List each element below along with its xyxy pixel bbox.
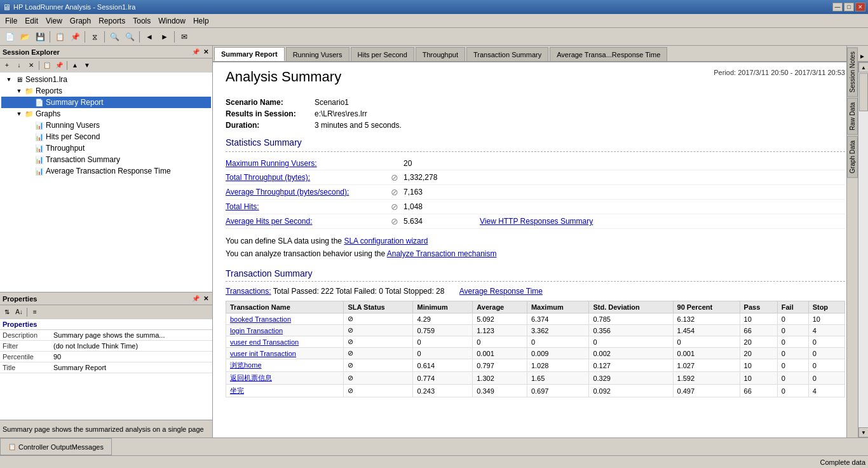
stats-label-3[interactable]: Total Hits: [226, 202, 391, 211]
scroll-down-button[interactable]: ▼ [858, 427, 868, 437]
explorer-close-button[interactable]: ✕ [202, 48, 210, 55]
copy-button[interactable]: 📋 [53, 30, 67, 44]
props-row-0: DescriptionSummary page shows the summa.… [0, 330, 212, 341]
left-status: Summary page shows the summarized analys… [0, 420, 212, 437]
open-button[interactable]: 📂 [18, 30, 32, 44]
tree-item-4[interactable]: 📊Running Vusers [1, 120, 211, 131]
tree-item-5[interactable]: 📊Hits per Second [1, 131, 211, 142]
sla-link-1[interactable]: SLA configuration wizard [344, 237, 428, 245]
explorer-pin-button[interactable]: 📌 [191, 48, 201, 55]
new-button[interactable]: 📄 [3, 30, 17, 44]
exp-down-btn[interactable]: ▼ [81, 60, 93, 71]
props-toolbar: ⇅ A↓ ≡ [0, 305, 212, 319]
raw-data-tab[interactable]: Raw Data [847, 98, 858, 135]
stats-label-4[interactable]: Average Hits per Second: [226, 217, 391, 226]
graph-data-tab[interactable]: Graph Data [847, 136, 858, 178]
back-button[interactable]: ◄ [142, 30, 156, 44]
controller-output-tab[interactable]: 📋 Controller OutputMessages [0, 438, 112, 455]
zoom-in-button[interactable]: 🔍 [107, 30, 121, 44]
menu-item-graph[interactable]: Graph [66, 15, 95, 27]
table-cell-5-0[interactable]: 返回机票信息 [226, 372, 344, 385]
exp-copy-btn[interactable]: 📋 [41, 60, 53, 71]
app-icon: 🖥 [3, 3, 11, 12]
tree-item-2[interactable]: 📄Summary Report [1, 97, 211, 108]
transactions-label[interactable]: Transactions: [226, 287, 271, 296]
menu-item-help[interactable]: Help [189, 15, 213, 27]
menu-item-view[interactable]: View [42, 15, 66, 27]
exp-up-btn[interactable]: ▲ [69, 60, 81, 71]
menu-item-edit[interactable]: Edit [21, 15, 42, 27]
tab-1[interactable]: Running Vusers [286, 47, 349, 61]
menu-item-reports[interactable]: Reports [95, 15, 129, 27]
exp-paste-btn[interactable]: 📌 [53, 60, 65, 71]
scroll-thumb[interactable] [859, 73, 868, 111]
tree-item-6[interactable]: 📊Throughput [1, 142, 211, 154]
tree-expand-3: ▼ [14, 111, 24, 117]
props-row-2: Percentile90 [0, 352, 212, 362]
table-cell-2-0[interactable]: vuser end Transaction [226, 336, 344, 348]
exp-delete-btn[interactable]: ✕ [25, 60, 37, 71]
props-pin-button[interactable]: 📌 [191, 295, 201, 302]
tab-4[interactable]: Transaction Summary [466, 47, 548, 61]
tab-5[interactable]: Average Transa...Response Time [550, 47, 667, 61]
menu-item-tools[interactable]: Tools [129, 15, 154, 27]
menu-item-window[interactable]: Window [154, 15, 189, 27]
tab-3[interactable]: Throughput [416, 47, 465, 61]
tree-icon-6: 📊 [34, 143, 44, 153]
props-az-btn[interactable]: A↓ [13, 306, 25, 318]
exp-arrow-btn[interactable]: ↓ [13, 60, 25, 71]
tree-item-3[interactable]: ▼📁Graphs [1, 108, 211, 120]
avg-response-link[interactable]: Average Response Time [459, 287, 543, 296]
tree-item-8[interactable]: 📊Average Transaction Response Time [1, 165, 211, 177]
close-button[interactable]: ✕ [855, 3, 865, 11]
props-sort-btn[interactable]: ⇅ [1, 306, 13, 318]
tree-icon-7: 📊 [34, 155, 44, 165]
paste-button[interactable]: 📌 [68, 30, 82, 44]
tab-0[interactable]: Summary Report [214, 47, 285, 61]
tree-item-0[interactable]: ▼🖥Session1.lra [1, 74, 211, 85]
save-button[interactable]: 💾 [33, 30, 47, 44]
stats-label-2[interactable]: Average Throughput (bytes/second): [226, 188, 391, 196]
minimize-button[interactable]: — [832, 3, 843, 11]
sla-link-2[interactable]: Analyze Transaction mechanism [387, 249, 497, 258]
tree-label-0: Session1.lra [25, 75, 67, 84]
table-cell-0-5: 0.785 [589, 313, 673, 325]
tree-item-1[interactable]: ▼📁Reports [1, 85, 211, 97]
stats-icon-3: ⊘ [391, 202, 403, 212]
statistics-title: Statistics Summary [226, 137, 845, 148]
table-cell-0-0[interactable]: booked Transaction [226, 313, 344, 325]
tree-label-4: Running Vusers [46, 121, 100, 130]
table-cell-6-0[interactable]: 坐完 [226, 385, 344, 397]
table-cell-1-8: 0 [777, 325, 808, 336]
email-button[interactable]: ✉ [177, 30, 191, 44]
exp-add-btn[interactable]: + [1, 60, 13, 71]
left-panel: Session Explorer 📌 ✕ + ↓ ✕ 📋 📌 ▲ ▼ ▼🖥Ses… [0, 46, 213, 437]
menu-item-file[interactable]: File [1, 15, 21, 27]
table-cell-1-0[interactable]: login Transaction [226, 325, 344, 336]
properties-controls: 📌 ✕ [191, 295, 210, 302]
zoom-out-button[interactable]: 🔍 [123, 30, 137, 44]
table-header-8: Fail [777, 301, 808, 313]
toolbar-sep-5 [174, 31, 175, 43]
stats-label-1[interactable]: Total Throughput (bytes): [226, 173, 391, 182]
props-view-btn[interactable]: ≡ [29, 306, 41, 318]
maximize-button[interactable]: □ [844, 3, 854, 11]
session-notes-tab[interactable]: Session Notes [847, 47, 858, 97]
props-close-button[interactable]: ✕ [202, 295, 210, 302]
table-cell-5-6: 1.592 [673, 372, 740, 385]
tab-next-button[interactable]: ► [858, 52, 867, 61]
table-cell-3-0[interactable]: vuser init Transaction [226, 348, 344, 359]
table-cell-2-1: ⊘ [344, 336, 413, 348]
stats-row-2: Average Throughput (bytes/second):⊘7,163 [226, 185, 845, 200]
props-row-3: TitleSummary Report [0, 362, 212, 373]
table-cell-4-4: 1.028 [527, 359, 589, 372]
tab-2[interactable]: Hits per Second [351, 47, 414, 61]
table-cell-4-0[interactable]: 浏览home [226, 359, 344, 372]
stats-extra-link-4[interactable]: View HTTP Responses Summary [480, 217, 593, 226]
stats-label-0[interactable]: Maximum Running Vusers: [226, 159, 391, 168]
tree-item-7[interactable]: 📊Transaction Summary [1, 154, 211, 165]
table-cell-4-3: 0.797 [473, 359, 527, 372]
forward-button[interactable]: ► [158, 30, 172, 44]
filter-button[interactable]: ⧖ [88, 30, 102, 44]
scroll-up-button[interactable]: ▲ [858, 62, 868, 72]
